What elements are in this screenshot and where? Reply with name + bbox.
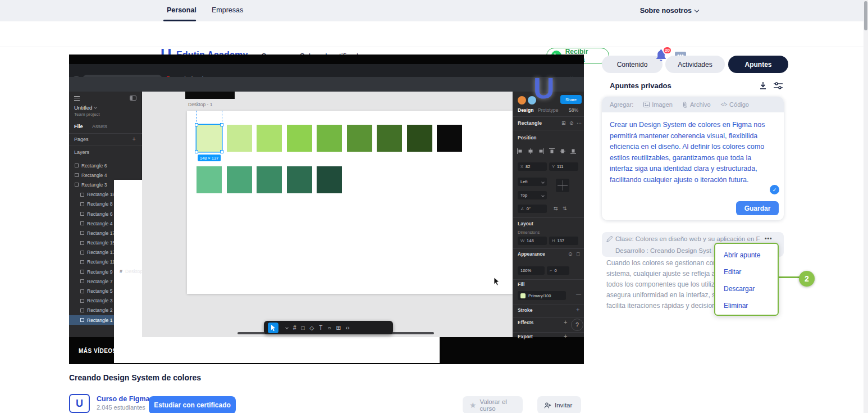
tab-empresas[interactable]: Empresas bbox=[212, 6, 243, 14]
top-utility-bar: Personal Empresas Sobre nosotros bbox=[0, 0, 868, 21]
flip-vertical-icon: ⇅ bbox=[563, 206, 567, 211]
figma-inspector-panel: Share Design Prototype 58% Rectangle ⊞ ⊘… bbox=[513, 92, 584, 337]
about-us-dropdown[interactable]: Sobre nosotros bbox=[640, 7, 698, 15]
appearance-section-label: Appearance bbox=[518, 251, 545, 257]
rectangle-layer-icon bbox=[80, 318, 84, 322]
tab-contenido[interactable]: Contenido bbox=[602, 56, 663, 73]
comment-tool-icon: ○ bbox=[327, 325, 331, 331]
height-field: H137 bbox=[549, 237, 578, 245]
image-icon bbox=[643, 102, 650, 107]
align-top-icon bbox=[549, 148, 555, 155]
shape-tool-icon: □ bbox=[301, 325, 305, 331]
divider bbox=[513, 130, 584, 130]
menu-item-download[interactable]: Descargar bbox=[715, 280, 778, 297]
code-icon: </> bbox=[721, 102, 728, 107]
add-image-button[interactable]: Imagen bbox=[643, 101, 673, 108]
chevron-down-icon bbox=[94, 106, 97, 109]
selection-handle bbox=[220, 123, 223, 126]
add-label: Agregar: bbox=[610, 101, 633, 108]
mask-icon: ⊘ bbox=[569, 120, 574, 126]
rectangle-layer-icon bbox=[80, 202, 84, 206]
width-field: W148 bbox=[518, 237, 547, 245]
note-context-menu: Abrir apunte Editar Descargar Eliminar bbox=[714, 243, 779, 316]
download-notes-icon[interactable] bbox=[759, 81, 767, 92]
add-code-button[interactable]: </> Código bbox=[721, 101, 749, 108]
page-scrollbar-track[interactable] bbox=[864, 0, 868, 413]
figma-left-panel: Untitled Team project File Assets Pages … bbox=[69, 92, 142, 337]
export-section-label: Export bbox=[518, 334, 533, 339]
color-swatch bbox=[197, 166, 222, 193]
divider bbox=[513, 217, 584, 218]
alignment-icons bbox=[517, 148, 577, 155]
add-export-icon: + bbox=[564, 333, 567, 339]
tab-personal[interactable]: Personal bbox=[167, 6, 197, 14]
rotation-field: ∠0° bbox=[518, 205, 547, 213]
color-swatch bbox=[287, 166, 312, 193]
menu-item-open-note[interactable]: Abrir apunte bbox=[715, 247, 778, 264]
note-more-options-icon[interactable]: ••• bbox=[765, 235, 773, 242]
stroke-section-label: Stroke bbox=[518, 307, 532, 313]
add-effect-icon: + bbox=[564, 319, 567, 325]
mouse-cursor-icon bbox=[494, 277, 500, 288]
edutin-watermark-logo: U bbox=[533, 71, 555, 105]
horizontal-constraint-select: Left bbox=[518, 178, 547, 186]
flip-horizontal-icon: ⇆ bbox=[554, 206, 558, 211]
share-button: Share bbox=[560, 95, 582, 104]
tab-actividades[interactable]: Actividades bbox=[665, 56, 725, 73]
frame-layer-icon: # bbox=[120, 269, 122, 274]
layout-section-label: Layout bbox=[518, 221, 533, 226]
divider bbox=[513, 248, 584, 249]
move-tool-icon bbox=[268, 323, 278, 333]
selection-name: Rectangle bbox=[518, 120, 542, 126]
layer-row: Rectangle 6 bbox=[69, 161, 142, 170]
divider bbox=[513, 332, 584, 333]
course-name[interactable]: Curso de Figma bbox=[97, 395, 149, 403]
color-swatch bbox=[257, 166, 282, 193]
saved-check-icon: ✓ bbox=[770, 185, 779, 194]
dimensions-label: Dimensions bbox=[518, 230, 540, 235]
figma-doc-title: Untitled bbox=[74, 105, 97, 111]
frame-label: Desktop - 1 bbox=[188, 102, 212, 107]
selection-handle bbox=[195, 150, 198, 153]
styles-icon: ⊞ bbox=[561, 120, 566, 126]
tab-file: File bbox=[74, 124, 83, 129]
layers-label: Layers bbox=[74, 149, 89, 155]
rectangle-layer-icon bbox=[75, 164, 79, 167]
video-player[interactable]: Untitled – Figma × Rueda de colores, un … bbox=[69, 55, 584, 364]
layer-row: Rectangle 4 bbox=[69, 170, 142, 180]
person-plus-icon bbox=[544, 402, 551, 409]
save-note-button[interactable]: Guardar bbox=[736, 201, 779, 215]
more-videos-label[interactable]: MÁS VÍDEOS bbox=[79, 348, 117, 354]
align-left-icon bbox=[517, 148, 523, 155]
corner-radius-field: ⌐0 bbox=[547, 266, 569, 275]
selection-handle bbox=[195, 123, 198, 126]
figma-canvas: Desktop - 1 148 × 137 bbox=[142, 92, 513, 337]
resources-tool-icon: ⊞ bbox=[336, 325, 340, 331]
add-page-icon: + bbox=[133, 135, 136, 142]
page-scrollbar-thumb[interactable] bbox=[864, 1, 867, 30]
chevron-down-icon bbox=[695, 8, 699, 12]
add-file-button[interactable]: Archivo bbox=[683, 101, 711, 108]
color-swatch bbox=[407, 125, 432, 152]
align-center-h-icon bbox=[527, 148, 534, 155]
selection-size-label: 148 × 137 bbox=[198, 155, 221, 161]
color-swatch bbox=[317, 166, 342, 193]
canvas-shape bbox=[185, 92, 235, 99]
tab-apuntes[interactable]: Apuntes bbox=[728, 56, 788, 73]
color-swatch bbox=[227, 166, 252, 193]
rectangle-layer-icon bbox=[80, 193, 84, 197]
step-2-annotation-badge: 2 bbox=[799, 271, 815, 287]
menu-item-edit[interactable]: Editar bbox=[715, 264, 778, 280]
invite-button[interactable]: Invitar bbox=[537, 396, 581, 413]
rectangle-layer-icon bbox=[80, 260, 84, 264]
note-text-area[interactable]: Crear un Design System de colores en Fig… bbox=[602, 112, 784, 185]
align-middle-v-icon bbox=[559, 148, 566, 155]
rate-course-button[interactable]: ★ Valorar el curso bbox=[463, 396, 523, 413]
browser-tab-bar: Untitled – Figma × Rueda de colores, un … bbox=[69, 64, 584, 77]
tab-prototype: Prototype bbox=[538, 107, 558, 113]
rectangle-layer-icon bbox=[80, 308, 84, 312]
menu-item-delete[interactable]: Eliminar bbox=[715, 297, 778, 314]
fill-style-chip: Primary/100 bbox=[518, 291, 566, 300]
certificate-cta-button[interactable]: Estudiar con certificado bbox=[149, 396, 236, 413]
filter-notes-icon[interactable] bbox=[774, 82, 783, 91]
